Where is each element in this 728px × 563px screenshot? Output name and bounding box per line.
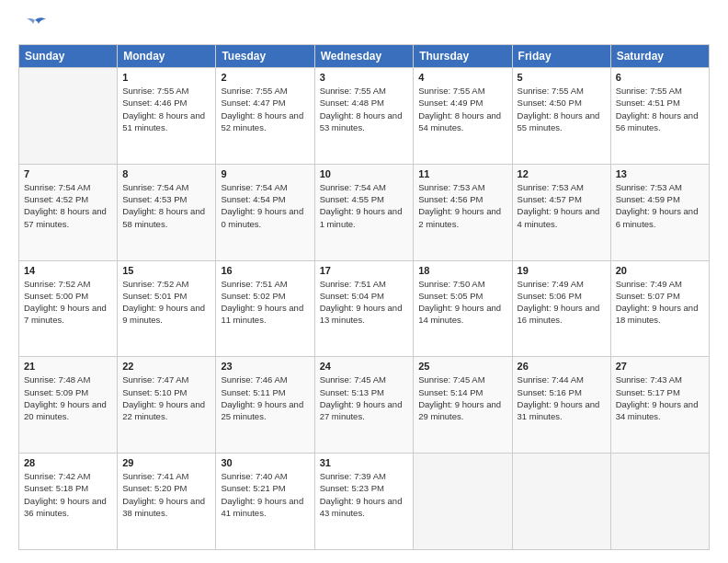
day-cell: 9Sunrise: 7:54 AMSunset: 4:54 PMDaylight… [216,164,314,260]
day-number: 7 [24,168,112,179]
weekday-header-wednesday: Wednesday [314,45,414,68]
day-cell: 1Sunrise: 7:55 AMSunset: 4:46 PMDaylight… [118,68,216,165]
day-info: Sunrise: 7:51 AMSunset: 5:04 PMDaylight:… [320,278,409,327]
day-cell: 14Sunrise: 7:52 AMSunset: 5:00 PMDayligh… [19,260,118,357]
day-info: Sunrise: 7:52 AMSunset: 5:01 PMDaylight:… [122,278,210,327]
day-number: 5 [518,72,606,83]
day-cell: 3Sunrise: 7:55 AMSunset: 4:48 PMDaylight… [314,68,414,165]
week-row-3: 14Sunrise: 7:52 AMSunset: 5:00 PMDayligh… [19,260,710,357]
day-info: Sunrise: 7:45 AMSunset: 5:13 PMDaylight:… [320,373,409,422]
weekday-header-monday: Monday [118,45,216,68]
day-info: Sunrise: 7:42 AMSunset: 5:18 PMDaylight:… [24,470,112,519]
day-cell: 16Sunrise: 7:51 AMSunset: 5:02 PMDayligh… [216,260,314,357]
day-cell: 8Sunrise: 7:54 AMSunset: 4:53 PMDaylight… [118,164,216,260]
day-number: 6 [616,72,704,83]
day-info: Sunrise: 7:44 AMSunset: 5:16 PMDaylight:… [518,373,606,422]
day-info: Sunrise: 7:55 AMSunset: 4:50 PMDaylight:… [518,85,606,133]
day-number: 13 [616,168,704,179]
day-cell: 21Sunrise: 7:48 AMSunset: 5:09 PMDayligh… [19,357,118,454]
day-info: Sunrise: 7:49 AMSunset: 5:06 PMDaylight:… [518,278,606,327]
day-cell: 23Sunrise: 7:46 AMSunset: 5:11 PMDayligh… [216,357,314,454]
weekday-header-row: SundayMondayTuesdayWednesdayThursdayFrid… [19,45,710,68]
day-cell: 10Sunrise: 7:54 AMSunset: 4:55 PMDayligh… [314,164,414,260]
day-info: Sunrise: 7:51 AMSunset: 5:02 PMDaylight:… [221,278,309,327]
day-cell: 24Sunrise: 7:45 AMSunset: 5:13 PMDayligh… [314,357,414,454]
day-number: 3 [320,72,409,83]
day-cell: 29Sunrise: 7:41 AMSunset: 5:20 PMDayligh… [118,454,216,550]
day-number: 31 [320,457,409,468]
day-number: 4 [418,72,506,83]
day-number: 23 [221,361,309,372]
header [18,17,710,35]
day-info: Sunrise: 7:52 AMSunset: 5:00 PMDaylight:… [24,278,112,327]
day-info: Sunrise: 7:55 AMSunset: 4:49 PMDaylight:… [418,85,506,133]
day-number: 25 [418,361,506,372]
day-number: 29 [122,457,210,468]
weekday-header-tuesday: Tuesday [216,45,314,68]
day-number: 8 [122,168,210,179]
day-info: Sunrise: 7:46 AMSunset: 5:11 PMDaylight:… [221,373,309,422]
day-number: 10 [320,168,409,179]
day-number: 27 [616,361,704,372]
day-cell [512,454,610,550]
day-cell: 27Sunrise: 7:43 AMSunset: 5:17 PMDayligh… [610,357,709,454]
day-number: 12 [518,168,606,179]
day-cell [19,68,118,165]
day-number: 9 [221,168,309,179]
day-info: Sunrise: 7:49 AMSunset: 5:07 PMDaylight:… [616,278,704,327]
day-info: Sunrise: 7:55 AMSunset: 4:46 PMDaylight:… [122,85,210,133]
day-info: Sunrise: 7:53 AMSunset: 4:59 PMDaylight:… [616,181,704,230]
day-info: Sunrise: 7:45 AMSunset: 5:14 PMDaylight:… [418,373,506,422]
day-number: 1 [122,72,210,83]
day-number: 19 [518,265,606,276]
calendar-table: SundayMondayTuesdayWednesdayThursdayFrid… [18,44,710,550]
day-cell: 2Sunrise: 7:55 AMSunset: 4:47 PMDaylight… [216,68,314,165]
day-cell: 28Sunrise: 7:42 AMSunset: 5:18 PMDayligh… [19,454,118,550]
day-info: Sunrise: 7:41 AMSunset: 5:20 PMDaylight:… [122,470,210,519]
day-cell: 15Sunrise: 7:52 AMSunset: 5:01 PMDayligh… [118,260,216,357]
day-number: 22 [122,361,210,372]
day-number: 28 [24,457,112,468]
logo [18,17,48,35]
weekday-header-friday: Friday [512,45,610,68]
day-cell: 12Sunrise: 7:53 AMSunset: 4:57 PMDayligh… [512,164,610,260]
day-number: 17 [320,265,409,276]
day-cell: 31Sunrise: 7:39 AMSunset: 5:23 PMDayligh… [314,454,414,550]
day-cell: 5Sunrise: 7:55 AMSunset: 4:50 PMDaylight… [512,68,610,165]
day-number: 21 [24,361,112,372]
week-row-1: 1Sunrise: 7:55 AMSunset: 4:46 PMDaylight… [19,68,710,165]
weekday-header-sunday: Sunday [19,45,118,68]
day-info: Sunrise: 7:48 AMSunset: 5:09 PMDaylight:… [24,373,112,422]
weekday-header-thursday: Thursday [414,45,512,68]
day-info: Sunrise: 7:54 AMSunset: 4:53 PMDaylight:… [122,181,210,230]
day-info: Sunrise: 7:55 AMSunset: 4:48 PMDaylight:… [320,85,409,133]
day-cell: 11Sunrise: 7:53 AMSunset: 4:56 PMDayligh… [414,164,512,260]
day-cell: 18Sunrise: 7:50 AMSunset: 5:05 PMDayligh… [414,260,512,357]
day-cell: 17Sunrise: 7:51 AMSunset: 5:04 PMDayligh… [314,260,414,357]
day-cell: 13Sunrise: 7:53 AMSunset: 4:59 PMDayligh… [610,164,709,260]
day-number: 14 [24,265,112,276]
day-info: Sunrise: 7:47 AMSunset: 5:10 PMDaylight:… [122,373,210,422]
day-number: 18 [418,265,506,276]
day-cell: 6Sunrise: 7:55 AMSunset: 4:51 PMDaylight… [610,68,709,165]
day-cell: 4Sunrise: 7:55 AMSunset: 4:49 PMDaylight… [414,68,512,165]
day-number: 24 [320,361,409,372]
day-cell: 26Sunrise: 7:44 AMSunset: 5:16 PMDayligh… [512,357,610,454]
weekday-header-saturday: Saturday [610,45,709,68]
day-number: 30 [221,457,309,468]
week-row-5: 28Sunrise: 7:42 AMSunset: 5:18 PMDayligh… [19,454,710,550]
logo-bird-icon [22,17,48,35]
day-number: 26 [518,361,606,372]
day-cell [414,454,512,550]
day-number: 11 [418,168,506,179]
day-cell: 19Sunrise: 7:49 AMSunset: 5:06 PMDayligh… [512,260,610,357]
day-number: 2 [221,72,309,83]
day-number: 16 [221,265,309,276]
day-info: Sunrise: 7:54 AMSunset: 4:54 PMDaylight:… [221,181,309,230]
day-cell [610,454,709,550]
day-info: Sunrise: 7:50 AMSunset: 5:05 PMDaylight:… [418,278,506,327]
day-number: 20 [616,265,704,276]
day-cell: 20Sunrise: 7:49 AMSunset: 5:07 PMDayligh… [610,260,709,357]
day-cell: 7Sunrise: 7:54 AMSunset: 4:52 PMDaylight… [19,164,118,260]
day-cell: 30Sunrise: 7:40 AMSunset: 5:21 PMDayligh… [216,454,314,550]
